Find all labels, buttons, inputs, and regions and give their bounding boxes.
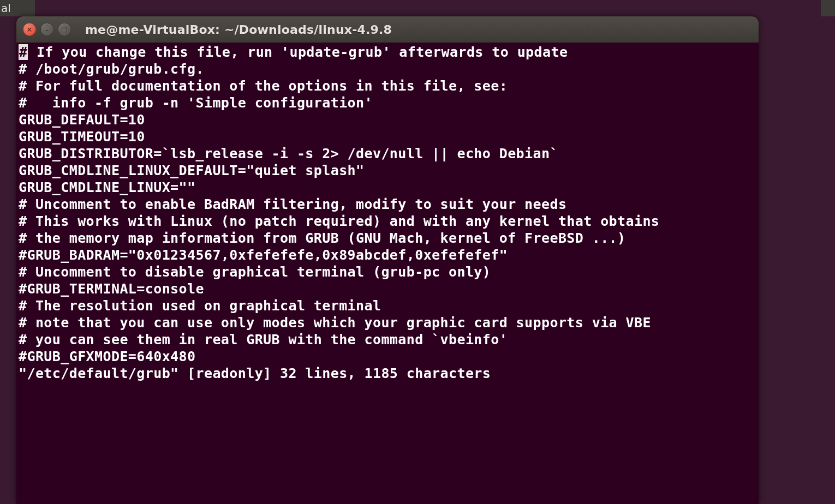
terminal-line: # note that you can use only modes which… (19, 314, 756, 331)
terminal-line: # the memory map information from GRUB (… (19, 230, 756, 247)
terminal-line: "/etc/default/grub" [readonly] 32 lines,… (19, 365, 756, 382)
terminal-line: # This works with Linux (no patch requir… (19, 213, 756, 230)
maximize-icon: □ (61, 26, 68, 34)
terminal-line: #GRUB_GFXMODE=640x480 (19, 348, 756, 365)
terminal-text: If you change this file, run 'update-gru… (28, 44, 568, 60)
minimize-icon: – (45, 26, 49, 34)
terminal-line: #GRUB_TERMINAL=console (19, 280, 756, 297)
cursor: # (19, 44, 28, 60)
terminal-line: GRUB_CMDLINE_LINUX_DEFAULT="quiet splash… (19, 162, 756, 179)
terminal-line: GRUB_DISTRIBUTOR=`lsb_release -i -s 2> /… (19, 145, 756, 162)
terminal-line: # For full documentation of the options … (19, 77, 756, 94)
launcher-strip (0, 16, 16, 504)
terminal-area[interactable]: # If you change this file, run 'update-g… (16, 43, 759, 384)
close-icon: ✕ (27, 26, 33, 34)
terminal-line: # The resolution used on graphical termi… (19, 297, 756, 314)
terminal-line: # Uncomment to enable BadRAM filtering, … (19, 196, 756, 213)
terminal-line: # you can see them in real GRUB with the… (19, 331, 756, 348)
terminal-line: #GRUB_BADRAM="0x01234567,0xfefefefe,0x89… (19, 247, 756, 263)
terminal-line: # Uncomment to disable graphical termina… (19, 263, 756, 280)
titlebar[interactable]: ✕ – □ me@me-VirtualBox: ~/Downloads/linu… (16, 16, 759, 43)
desktop: al ✕ – □ me@me-VirtualBox: ~/Downloads/l… (0, 0, 835, 504)
terminal-line: GRUB_CMDLINE_LINUX="" (19, 179, 756, 196)
window-title: me@me-VirtualBox: ~/Downloads/linux-4.9.… (85, 23, 392, 37)
terminal-line: GRUB_TIMEOUT=10 (19, 128, 756, 145)
terminal-window: ✕ – □ me@me-VirtualBox: ~/Downloads/linu… (16, 16, 759, 504)
terminal-line: # /boot/grub/grub.cfg. (19, 61, 756, 77)
terminal-line: GRUB_DEFAULT=10 (19, 111, 756, 128)
terminal-line: # info -f grub -n 'Simple configuration' (19, 94, 756, 111)
partial-background-tab: al (0, 0, 35, 16)
close-button[interactable]: ✕ (23, 23, 36, 36)
minimize-button[interactable]: – (40, 23, 53, 36)
maximize-button[interactable]: □ (58, 23, 71, 36)
partial-background-right (821, 0, 835, 16)
terminal-line: # If you change this file, run 'update-g… (19, 44, 756, 61)
